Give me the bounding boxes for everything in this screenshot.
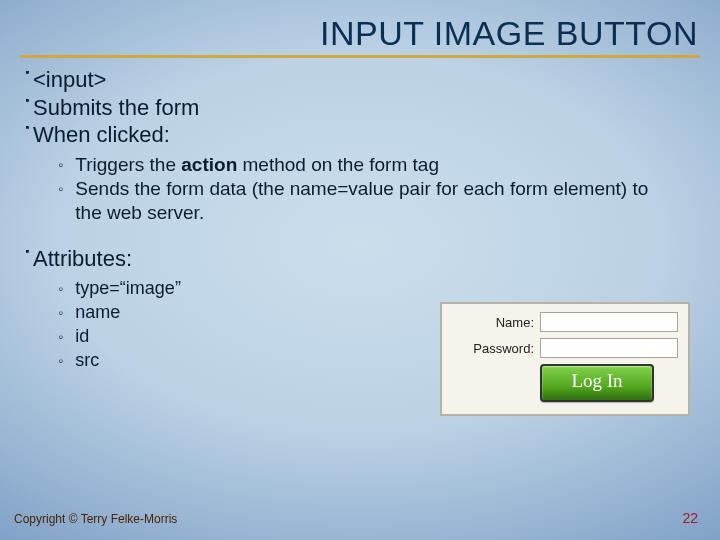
form-row-name: Name: (452, 312, 678, 332)
attr-text: type=“image” (75, 277, 181, 300)
footer-copyright: Copyright © Terry Felke-Morris (14, 512, 177, 526)
form-preview: Name: Password: Log In (440, 302, 690, 416)
name-input[interactable] (540, 312, 678, 332)
hollow-bullet-icon: ◦ (58, 325, 63, 349)
hollow-bullet-icon: ◦ (58, 301, 63, 325)
slide-title: INPUT IMAGE BUTTON (0, 0, 720, 55)
bullet-icon: ་ (22, 66, 33, 92)
bullet-when-clicked: ་ When clicked: (22, 121, 720, 149)
bullet-text: Submits the form (33, 94, 199, 122)
sub-text: Sends the form data (the name=value pair… (75, 177, 665, 226)
bullet-icon: ་ (22, 94, 33, 120)
bullet-icon: ་ (22, 121, 33, 147)
sub-bullet-action: ◦ Triggers the action method on the form… (58, 153, 720, 177)
sub-text-bold: action (181, 154, 237, 175)
bullet-submits: ་ Submits the form (22, 94, 720, 122)
login-button[interactable]: Log In (540, 364, 654, 402)
sub-bullet-sends: ◦ Sends the form data (the name=value pa… (58, 177, 720, 226)
sub-text: Triggers the action method on the form t… (75, 153, 439, 177)
form-row-password: Password: (452, 338, 678, 358)
attr-text: name (75, 301, 120, 324)
bullet-input: ་ <input> (22, 66, 720, 94)
attr-text: src (75, 349, 99, 372)
bullet-icon: ་ (22, 245, 33, 271)
slide: INPUT IMAGE BUTTON ་ <input> ་ Submits t… (0, 0, 720, 540)
sub-text-post: method on the form tag (237, 154, 439, 175)
password-label: Password: (452, 341, 540, 356)
attr-type: ◦ type=“image” (58, 277, 720, 301)
hollow-bullet-icon: ◦ (58, 349, 63, 373)
bullet-text: <input> (33, 66, 106, 94)
hollow-bullet-icon: ◦ (58, 153, 63, 177)
sub-text-pre: Triggers the (75, 154, 181, 175)
hollow-bullet-icon: ◦ (58, 177, 63, 201)
bullet-text: When clicked: (33, 121, 170, 149)
title-underline (20, 55, 700, 58)
footer-page-number: 22 (682, 510, 698, 526)
hollow-bullet-icon: ◦ (58, 277, 63, 301)
password-input[interactable] (540, 338, 678, 358)
bullet-text: Attributes: (33, 245, 132, 273)
name-label: Name: (452, 315, 540, 330)
bullet-attributes: ་ Attributes: (22, 245, 720, 273)
attr-text: id (75, 325, 89, 348)
